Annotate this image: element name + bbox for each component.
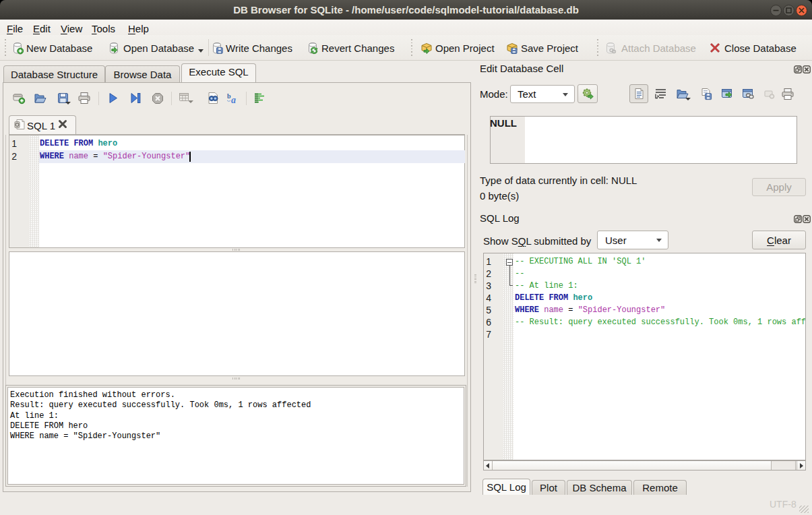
svg-text:a: a xyxy=(231,95,236,104)
